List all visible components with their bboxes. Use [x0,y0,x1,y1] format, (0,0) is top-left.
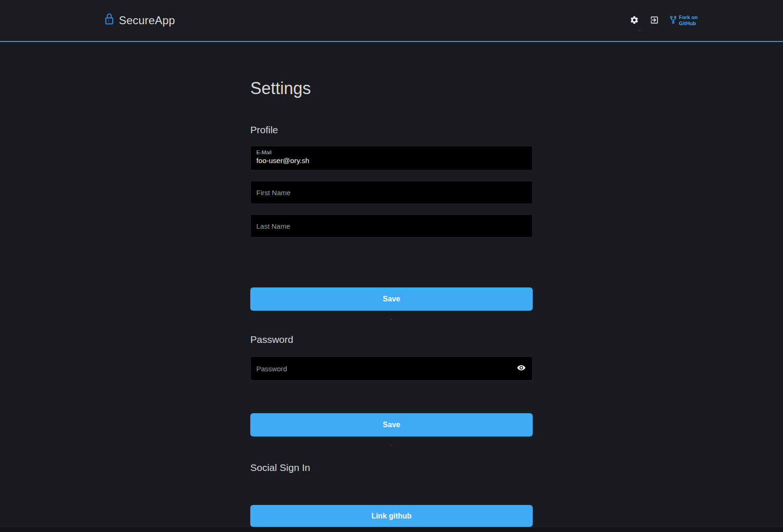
page-title: Settings [250,42,533,99]
app-header: SecureApp _ [0,0,783,42]
last-name-input[interactable] [250,214,533,238]
email-input[interactable] [256,156,527,165]
app-logo[interactable]: SecureApp [104,14,175,28]
social-sign-in-section: Social Sign In Link github [250,462,533,527]
fork-link-label: Fork on GitHub [679,14,698,27]
app-name: SecureApp [119,14,175,27]
header-actions: _ Fork on GitHub [630,14,698,27]
toggle-password-visibility-button[interactable] [517,363,526,374]
stray-underscore-mark: _ [638,26,641,30]
bottom-edge-strip [0,527,783,532]
email-label: E-Mail [256,149,527,156]
gear-icon [630,15,639,26]
profile-save-button[interactable]: Save [250,287,533,311]
password-save-button[interactable]: Save [250,413,533,437]
eye-icon [517,363,526,374]
profile-heading: Profile [250,124,533,136]
logout-door-icon [650,15,659,26]
password-section: Password Save . [250,334,533,447]
fork-on-github-link[interactable]: Fork on GitHub [670,14,698,27]
link-github-button[interactable]: Link github [250,505,533,527]
email-field[interactable]: E-Mail [250,146,533,171]
password-dot-mark: . [250,440,533,447]
logout-button[interactable] [650,15,659,26]
profile-section: Profile E-Mail Save . [250,124,533,321]
git-fork-icon [670,15,677,26]
password-heading: Password [250,334,533,346]
password-field [250,356,533,381]
settings-button[interactable]: _ [630,15,639,26]
profile-dot-mark: . [250,314,533,321]
first-name-input[interactable] [250,181,533,204]
settings-page: Settings Profile E-Mail Save . Password [250,42,533,527]
social-sign-in-heading: Social Sign In [250,462,533,474]
lock-icon [104,13,114,27]
password-input[interactable] [250,356,533,381]
